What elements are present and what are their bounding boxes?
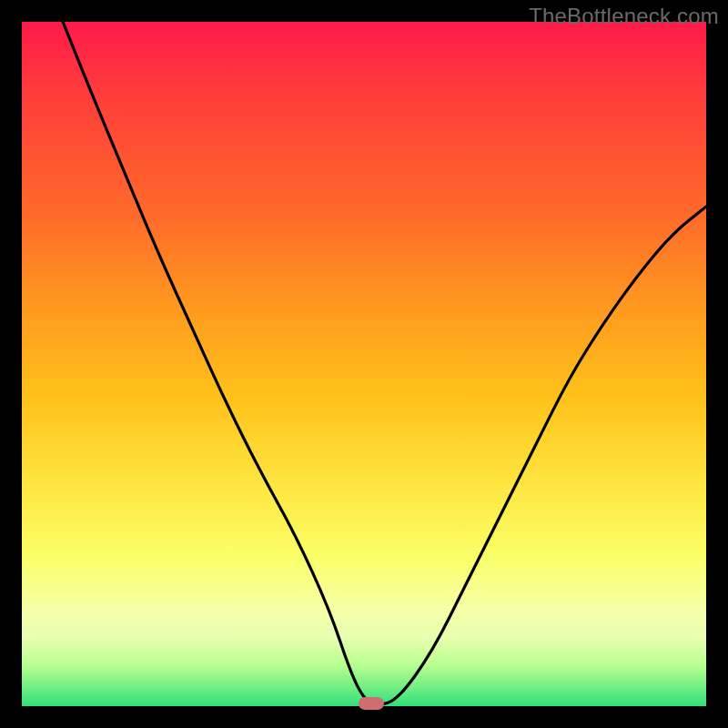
watermark-text: TheBottleneck.com [529, 4, 719, 29]
plot-area [22, 22, 706, 706]
optimal-point-marker [359, 697, 384, 710]
chart-frame: TheBottleneck.com [0, 0, 728, 728]
bottleneck-curve [22, 22, 706, 706]
